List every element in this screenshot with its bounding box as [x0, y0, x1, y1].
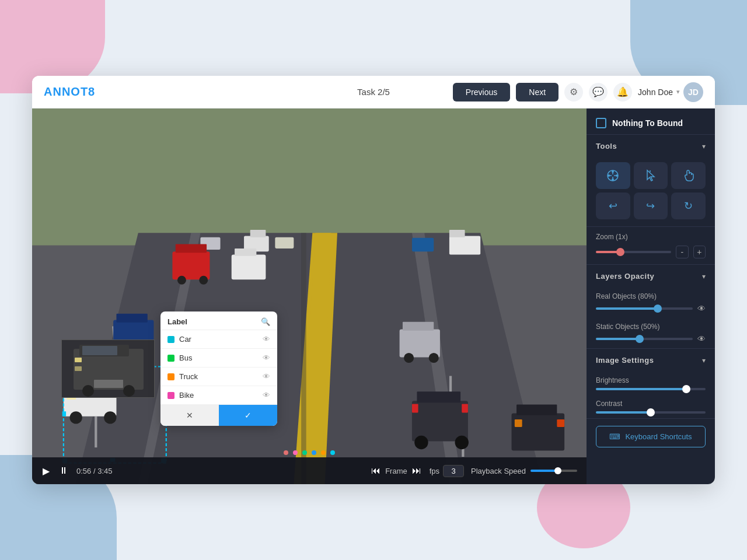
- svg-point-39: [429, 353, 439, 363]
- frame-next-button[interactable]: ⏭: [411, 464, 423, 477]
- image-settings-header[interactable]: Image Settings ▾: [587, 349, 715, 372]
- svg-rect-52: [512, 413, 565, 450]
- zoom-plus-button[interactable]: +: [693, 246, 706, 258]
- contrast-row: Contrast: [587, 395, 715, 418]
- hand-tool-button[interactable]: [671, 162, 706, 189]
- layers-section-header[interactable]: Layers Opacity ▾: [587, 265, 715, 288]
- svg-point-24: [177, 276, 186, 285]
- redo-tool-button[interactable]: ↪: [634, 192, 668, 219]
- svg-rect-71: [75, 358, 82, 362]
- contrast-slider[interactable]: [596, 411, 706, 414]
- svg-rect-53: [516, 405, 557, 415]
- time-display: 0:56 / 3:45: [76, 467, 112, 475]
- user-info[interactable]: John Doe ▾ JD: [638, 82, 703, 102]
- label-cancel-button[interactable]: ✕: [160, 405, 219, 426]
- label-popup: Label 🔍 Car 👁 Bus 👁 Truck 👁: [160, 312, 277, 426]
- brightness-row: Brightness: [587, 372, 715, 395]
- pause-button[interactable]: ⏸: [58, 464, 69, 477]
- svg-rect-2: [32, 108, 587, 246]
- ntb-section: Nothing To Bound: [587, 108, 715, 135]
- undo-tool-button[interactable]: ↩: [596, 192, 630, 219]
- svg-rect-54: [515, 419, 522, 427]
- previous-button[interactable]: Previous: [453, 83, 510, 102]
- layers-section-title: Layers Opacity: [596, 272, 654, 281]
- svg-rect-55: [557, 419, 564, 427]
- video-controls: ▶ ⏸ 0:56 / 3:45 ⏮ Frame ⏭ fps Playback S…: [32, 457, 587, 484]
- label-item-car[interactable]: Car 👁: [160, 330, 277, 349]
- zoom-minus-button[interactable]: -: [676, 246, 689, 258]
- svg-point-38: [404, 353, 414, 363]
- label-visibility-bike[interactable]: 👁: [263, 391, 270, 400]
- fps-input[interactable]: [443, 465, 464, 477]
- svg-rect-29: [116, 314, 147, 323]
- label-name-truck: Truck: [179, 372, 258, 381]
- svg-point-48: [414, 436, 428, 449]
- layers-chevron-icon: ▾: [702, 272, 706, 281]
- header: ANNOT8 Task 2/5 Previous Next ⚙ 💬 🔔 John…: [32, 76, 715, 108]
- next-button[interactable]: Next: [516, 83, 558, 102]
- app-container: ANNOT8 Task 2/5 Previous Next ⚙ 💬 🔔 John…: [32, 76, 715, 484]
- ntb-label: Nothing To Bound: [612, 118, 683, 128]
- keyboard-icon: ⌨: [609, 432, 620, 441]
- svg-rect-15: [449, 236, 480, 255]
- svg-rect-23: [176, 244, 207, 253]
- layers-opacity-section: Layers Opacity ▾ Real Objects (80%) 👁 St…: [587, 265, 715, 349]
- timeline-dot: [293, 450, 298, 455]
- frame-prev-button[interactable]: ⏮: [370, 464, 382, 477]
- label-visibility-truck[interactable]: 👁: [263, 372, 270, 381]
- static-objects-control: 👁: [596, 334, 706, 344]
- user-name: John Doe: [638, 88, 673, 97]
- label-name-car: Car: [179, 335, 258, 344]
- settings-icon[interactable]: ⚙: [564, 83, 583, 102]
- label-visibility-bus[interactable]: 👁: [263, 354, 270, 362]
- label-item-bus[interactable]: Bus 👁: [160, 349, 277, 368]
- timeline-dot: [330, 450, 335, 455]
- playback-label: Playback Speed: [471, 467, 526, 475]
- label-item-bike[interactable]: Bike 👁: [160, 386, 277, 405]
- refresh-tool-button[interactable]: ↻: [671, 192, 706, 219]
- fps-label: fps: [430, 467, 439, 475]
- brightness-label: Brightness: [596, 376, 706, 384]
- play-button[interactable]: ▶: [41, 464, 51, 478]
- svg-rect-47: [417, 391, 460, 402]
- tools-grid: ↩ ↪ ↻: [587, 158, 715, 226]
- image-settings-section: Image Settings ▾ Brightness Contrast: [587, 349, 715, 419]
- task-label: Task 2/5: [357, 87, 390, 97]
- static-objects-eye-icon[interactable]: 👁: [697, 334, 706, 344]
- timeline-dot: [284, 450, 288, 455]
- svg-rect-10: [95, 416, 97, 447]
- cursor-tool-button[interactable]: [634, 162, 668, 189]
- zoom-section: Zoom (1x) - +: [587, 227, 715, 265]
- content-area: ▶ ⏸ 0:56 / 3:45 ⏮ Frame ⏭ fps Playback S…: [32, 108, 715, 484]
- notification-icon[interactable]: 🔔: [613, 83, 632, 102]
- bounding-box-tool-button[interactable]: [596, 162, 630, 189]
- fps-section: fps: [430, 465, 464, 477]
- tools-section-title: Tools: [596, 142, 617, 150]
- svg-rect-26: [232, 255, 266, 280]
- header-right: Previous Next ⚙ 💬 🔔 John Doe ▾ JD: [453, 82, 703, 102]
- brightness-slider[interactable]: [596, 388, 706, 390]
- timeline-dot: [321, 450, 326, 455]
- svg-rect-50: [412, 404, 418, 412]
- label-popup-title: Label: [167, 317, 187, 326]
- ntb-checkbox[interactable]: [596, 118, 606, 128]
- svg-point-25: [199, 276, 208, 285]
- label-item-truck[interactable]: Truck 👁: [160, 368, 277, 386]
- zoom-slider[interactable]: [596, 251, 671, 253]
- playback-section: Playback Speed: [471, 467, 577, 475]
- svg-rect-46: [412, 401, 468, 441]
- chat-icon[interactable]: 💬: [589, 83, 608, 102]
- real-objects-slider[interactable]: [596, 307, 693, 310]
- svg-point-49: [455, 436, 468, 449]
- label-search-icon[interactable]: 🔍: [261, 317, 270, 326]
- svg-rect-16: [449, 230, 465, 237]
- real-objects-eye-icon[interactable]: 👁: [697, 304, 706, 313]
- keyboard-shortcuts-button[interactable]: ⌨ Keyboard Shortcuts: [596, 426, 706, 447]
- tools-section-header[interactable]: Tools ▾: [587, 135, 715, 158]
- static-objects-slider[interactable]: [596, 338, 693, 340]
- label-color-bike: [167, 392, 174, 399]
- label-visibility-car[interactable]: 👁: [263, 335, 270, 344]
- label-color-car: [167, 336, 174, 343]
- label-confirm-button[interactable]: ✓: [219, 405, 277, 426]
- playback-speed-slider[interactable]: [530, 470, 577, 472]
